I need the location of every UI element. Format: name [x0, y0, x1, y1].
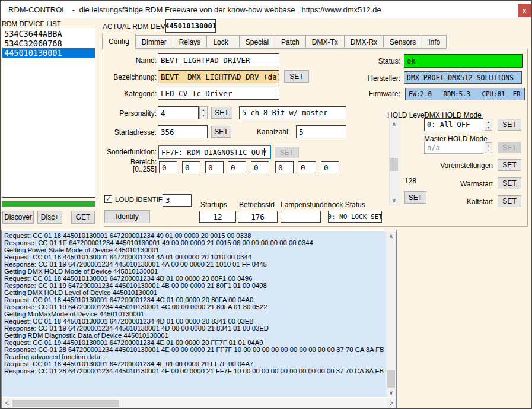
kanalzahl-field: 5	[296, 125, 346, 138]
checkmark-icon: ✓	[106, 196, 111, 202]
device-listbox[interactable]: 534C3644ABBA 534C32060768 445010130001	[2, 28, 95, 198]
startadresse-field[interactable]: 356	[158, 125, 208, 138]
hersteller-field: DMX PROFI DMX512 SOLUTIONS	[404, 71, 522, 84]
hold-level-value: 128	[404, 177, 416, 185]
startups-field: 12	[199, 211, 236, 223]
bezeichnung-field[interactable]: BEVT DMX LIGHTPAD DRV (da)	[158, 70, 279, 83]
tab-special[interactable]: Special	[239, 35, 275, 49]
stepper-up-icon[interactable]: ▲	[485, 119, 492, 125]
hersteller-label: Hersteller:	[341, 74, 400, 83]
voreinstellungen-set-button[interactable]: SET	[498, 159, 521, 171]
personality-set-button[interactable]: SET	[211, 107, 232, 119]
tab-dimmer[interactable]: Dimmer	[135, 35, 173, 49]
tab-lock[interactable]: Lock	[206, 35, 239, 49]
close-button[interactable]: x	[518, 4, 531, 17]
stepper-up-icon: ▲	[485, 143, 492, 148]
bereich-field-4[interactable]: 0	[228, 161, 246, 173]
stepper-down-icon: ▼	[485, 148, 492, 153]
loud-identify-label: LOUD IDENTIFY	[115, 196, 167, 203]
loud-identify-value-field[interactable]: 3	[163, 194, 192, 207]
bezeichnung-set-button[interactable]: SET	[284, 70, 309, 83]
device-list-item-selected[interactable]: 445010130001	[2, 48, 95, 58]
tab-dmx-rx[interactable]: DMX-Rx	[344, 35, 384, 49]
tab-sensors[interactable]: Sensors	[383, 35, 422, 49]
scroll-right-icon[interactable]: >	[387, 398, 396, 408]
tab-dmx-tx[interactable]: DMX-Tx	[305, 35, 345, 49]
hold-level-slider[interactable]: ∧ ∨	[389, 118, 399, 205]
stepper-up-icon[interactable]: ▲	[200, 107, 207, 113]
sonderfunktion-combo[interactable]: FF7F: RDM DIAGNOSTIC OUT ∨	[158, 145, 271, 159]
bezeichnung-label: Bezeichnung:	[84, 73, 157, 81]
bereich-field-6[interactable]: 0	[275, 161, 294, 173]
firmware-field: FW:2.0 RDM:5.3 CPU:81 FR	[405, 88, 525, 100]
loud-identify-checkbox[interactable]: ✓	[104, 195, 112, 203]
lock-status-label: Lock Status	[328, 201, 365, 209]
master-hold-mode-stepper: ▲ ▼	[485, 142, 492, 153]
warmstart-label: Warmstart	[428, 180, 493, 188]
startups-label: Startups	[200, 201, 227, 209]
scroll-down-icon[interactable]: ∨	[386, 388, 396, 397]
combo-chevron-icon[interactable]: ∨	[262, 148, 267, 156]
kanalzahl-label: Kanalzahl:	[244, 128, 290, 136]
kategorie-field[interactable]: LED CV Tc Driver	[158, 87, 279, 100]
log-vscroll-thumb[interactable]	[387, 370, 395, 388]
tab-patch[interactable]: Patch	[275, 35, 306, 49]
disc-plus-button[interactable]: Disc+	[37, 211, 62, 224]
stepper-down-icon[interactable]: ▼	[485, 125, 492, 131]
tab-config[interactable]: Config	[102, 34, 136, 49]
discover-button[interactable]: Discover	[2, 211, 34, 224]
bereich-field-3[interactable]: 0	[205, 161, 224, 173]
app-window: RDM-CONTROL - die leistungsfähige RDM Fr…	[0, 0, 532, 409]
kaltstart-set-button[interactable]: SET	[498, 195, 521, 207]
hold-level-set-button[interactable]: SET	[404, 191, 426, 204]
personality-description-field: 5-ch 8 Bit w/ master	[239, 106, 346, 119]
dmx-hold-mode-field[interactable]: 0: All OFF	[424, 118, 483, 131]
stepper-down-icon[interactable]: ▼	[200, 113, 207, 119]
betriebsstd-label: Betriebsstd	[239, 201, 275, 209]
device-list-item[interactable]: 534C32060768	[2, 39, 95, 48]
tab-relays[interactable]: Relays	[173, 35, 208, 49]
status-label: Status:	[341, 57, 400, 65]
tab-info[interactable]: Info	[422, 35, 447, 49]
kategorie-label: Kategorie:	[95, 90, 157, 98]
get-button[interactable]: GET	[71, 211, 95, 224]
lampenstunden-field	[281, 211, 321, 223]
bereich-field-7[interactable]: 0	[298, 161, 316, 173]
bereich-field-2[interactable]: 0	[182, 161, 200, 173]
slider-up-icon[interactable]: ∧	[390, 119, 399, 128]
personality-stepper[interactable]: ▲ ▼	[199, 106, 208, 119]
slider-down-icon[interactable]: ∨	[390, 195, 399, 205]
dmx-hold-mode-stepper[interactable]: ▲ ▼	[485, 119, 492, 131]
log-vertical-scrollbar[interactable]: ∧ ∨	[386, 231, 396, 397]
device-list-item[interactable]: 534C3644ABBA	[2, 29, 95, 39]
tab-strip: Config Dimmer Relays Lock Special Patch …	[103, 35, 447, 49]
sonderfunktion-label: Sonderfunktion:	[95, 148, 157, 156]
window-title: RDM-CONTROL - die leistungsfähige RDM Fr…	[8, 5, 381, 14]
log-panel: Request: CC 01 18 445010130001 647200001…	[1, 230, 397, 409]
firmware-frame: FW:2.0 RDM:5.3 CPU:81 FR	[404, 87, 522, 100]
status-field: ok	[404, 54, 523, 68]
personality-field[interactable]: 4	[158, 106, 199, 119]
bereich-field-5[interactable]: 0	[251, 161, 269, 173]
sonderfunktion-value: FF7F: RDM DIAGNOSTIC OUT	[161, 148, 264, 157]
dmx-hold-mode-set-button[interactable]: SET	[498, 119, 521, 131]
voreinstellungen-label: Voreinstellungen	[428, 161, 493, 170]
log-horizontal-scrollbar[interactable]: < >	[2, 398, 396, 408]
master-hold-mode-set-button: SET	[498, 142, 521, 153]
personality-label: Personality:	[95, 109, 157, 118]
bereich-field-8[interactable]: 0	[321, 161, 339, 173]
kaltstart-label: Kaltstart	[428, 198, 493, 206]
log-hscroll-thumb[interactable]	[12, 400, 119, 407]
bereich-label-line2: [0..255]	[113, 165, 157, 173]
startadresse-label: Startadresse:	[95, 128, 157, 137]
scroll-left-icon[interactable]: <	[2, 398, 12, 408]
identify-button[interactable]: Identify	[104, 210, 150, 223]
slider-thumb[interactable]	[390, 158, 398, 171]
bereich-field-1[interactable]: 0	[159, 161, 177, 173]
warmstart-set-button[interactable]: SET	[498, 177, 521, 189]
scroll-up-icon[interactable]: ∧	[386, 231, 396, 240]
startadresse-set-button[interactable]: SET	[211, 126, 231, 138]
name-field[interactable]: BEVT LIGHTPAD DRIVER	[158, 53, 279, 66]
actual-device-value: 445010130001	[165, 19, 216, 33]
lock-status-field: 0: NO LOCK SET	[328, 211, 382, 223]
